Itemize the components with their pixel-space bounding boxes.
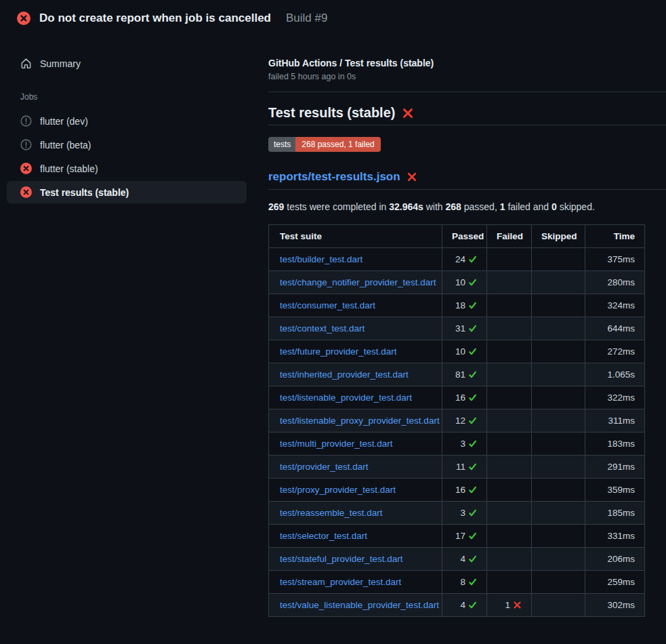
x-mark-icon: [513, 601, 522, 609]
time-cell: 185ms: [585, 502, 645, 525]
passed-cell-value: 3: [460, 439, 465, 449]
passed-cell: 3: [442, 432, 487, 456]
time-cell: 259ms: [585, 571, 645, 594]
table-row: test/future_provider_test.dart10272ms: [269, 340, 645, 363]
suite-cell: test/multi_provider_test.dart: [269, 432, 442, 456]
check-icon: [468, 370, 477, 379]
suite-cell: test/stream_provider_test.dart: [269, 571, 442, 594]
x-circle-icon: [20, 163, 32, 174]
suite-link[interactable]: test/listenable_provider_test.dart: [280, 393, 412, 403]
check-icon: [468, 601, 477, 609]
suite-link[interactable]: test/selector_test.dart: [280, 531, 367, 541]
skipped-cell: [532, 432, 585, 456]
time-cell: 322ms: [585, 386, 645, 409]
suite-link[interactable]: test/inherited_provider_test.dart: [280, 369, 409, 380]
build-results-page: Do not create report when job is cancell…: [0, 0, 666, 644]
table-row: test/builder_test.dart24375ms: [269, 248, 645, 271]
failed-cell: [487, 317, 532, 340]
time-cell: 291ms: [585, 456, 645, 479]
failed-cell: [487, 248, 532, 271]
summary-segment: 1: [500, 201, 505, 212]
failed-cell: [487, 294, 532, 317]
passed-cell: 10: [442, 271, 487, 294]
time-cell: 302ms: [585, 594, 645, 617]
failed-cell: [487, 340, 532, 363]
summary-segment: passed,: [461, 201, 500, 212]
time-cell: 359ms: [585, 479, 645, 502]
summary-segment: failed and: [505, 201, 552, 212]
x-circle-icon: [20, 186, 32, 198]
passed-cell-value: 16: [455, 393, 465, 403]
skipped-cell: [532, 363, 585, 386]
table-row: test/reassemble_test.dart3185ms: [269, 502, 645, 525]
passed-cell: 81: [442, 363, 487, 386]
passed-cell-value: 12: [455, 416, 465, 426]
suite-cell: test/builder_test.dart: [269, 248, 442, 271]
build-number: Build #9: [286, 12, 327, 25]
suite-cell: test/provider_test.dart: [269, 456, 442, 479]
check-icon: [468, 324, 477, 333]
suite-link[interactable]: test/context_test.dart: [280, 323, 365, 334]
test-results-table: Test suitePassedFailedSkippedTime test/b…: [268, 224, 645, 617]
skipped-cell: [532, 248, 585, 271]
report-file-link[interactable]: reports/test-results.json: [268, 170, 666, 190]
skipped-cell: [532, 502, 585, 525]
sidebar-item-label: Summary: [40, 58, 81, 69]
time-cell: 1.065s: [585, 363, 645, 386]
check-icon: [468, 393, 477, 402]
suite-link[interactable]: test/future_provider_test.dart: [280, 346, 397, 357]
check-icon: [468, 555, 477, 563]
alert-circle-icon: [20, 139, 32, 150]
sidebar-item-flutter-dev[interactable]: flutter (dev): [7, 110, 247, 132]
passed-cell: 3: [442, 502, 487, 525]
failed-cell: [487, 525, 532, 548]
suite-link[interactable]: test/listenable_proxy_provider_test.dart: [280, 416, 440, 426]
table-row: test/stateful_provider_test.dart4206ms: [269, 548, 645, 571]
suite-link[interactable]: test/multi_provider_test.dart: [280, 439, 393, 449]
time-cell: 375ms: [585, 248, 645, 271]
failed-cell: [487, 386, 532, 409]
passed-cell: 11: [442, 456, 487, 479]
suite-link[interactable]: test/consumer_test.dart: [280, 300, 375, 310]
failed-cell-value: 1: [505, 600, 510, 610]
check-run-title-text: Test results (stable): [268, 105, 395, 121]
header-divider: [268, 92, 666, 92]
suite-link[interactable]: test/reassemble_test.dart: [280, 508, 383, 518]
skipped-cell: [532, 571, 585, 594]
failed-cell: [487, 571, 532, 594]
passed-cell-value: 16: [455, 485, 465, 495]
summary-segment: with: [423, 201, 446, 212]
passed-cell-value: 81: [455, 369, 465, 380]
suite-link[interactable]: test/stateful_provider_test.dart: [280, 554, 403, 564]
run-meta: failed 5 hours ago in 0s: [268, 72, 666, 81]
sidebar-item-flutter-beta[interactable]: flutter (beta): [7, 134, 247, 156]
suite-cell: test/reassemble_test.dart: [269, 502, 442, 525]
skipped-cell: [532, 294, 585, 317]
breadcrumb: GitHub Actions / Test results (stable): [268, 58, 666, 68]
sidebar-item-summary[interactable]: Summary: [7, 52, 247, 75]
failed-cell: [487, 502, 532, 525]
table-row: test/listenable_provider_test.dart16322m…: [269, 386, 645, 409]
suite-link[interactable]: test/provider_test.dart: [280, 462, 369, 472]
passed-cell-value: 4: [460, 600, 465, 610]
skipped-cell: [532, 594, 585, 617]
suite-link[interactable]: test/change_notifier_provider_test.dart: [280, 277, 436, 287]
build-header: Do not create report when job is cancell…: [0, 0, 666, 35]
check-icon: [468, 278, 477, 287]
tests-summary-line: 269 tests were completed in 32.964s with…: [268, 201, 666, 212]
badge-value: 268 passed, 1 failed: [295, 137, 380, 152]
suite-link[interactable]: test/value_listenable_provider_test.dart: [280, 600, 439, 610]
suite-link[interactable]: test/proxy_provider_test.dart: [280, 485, 396, 495]
suite-cell: test/proxy_provider_test.dart: [269, 479, 442, 502]
suite-link[interactable]: test/stream_provider_test.dart: [280, 577, 401, 587]
table-header-row: Test suitePassedFailedSkippedTime: [269, 225, 645, 248]
table-body: test/builder_test.dart24375mstest/change…: [269, 248, 645, 617]
table-row: test/stream_provider_test.dart8259ms: [269, 571, 645, 594]
check-icon: [468, 578, 477, 586]
check-icon: [468, 439, 477, 448]
suite-link[interactable]: test/builder_test.dart: [280, 254, 362, 264]
sidebar-item-test-results-stable[interactable]: Test results (stable): [7, 181, 247, 203]
sidebar-item-flutter-stable[interactable]: flutter (stable): [7, 157, 247, 180]
check-run-title: Test results (stable): [268, 105, 666, 125]
suite-cell: test/inherited_provider_test.dart: [269, 363, 442, 386]
